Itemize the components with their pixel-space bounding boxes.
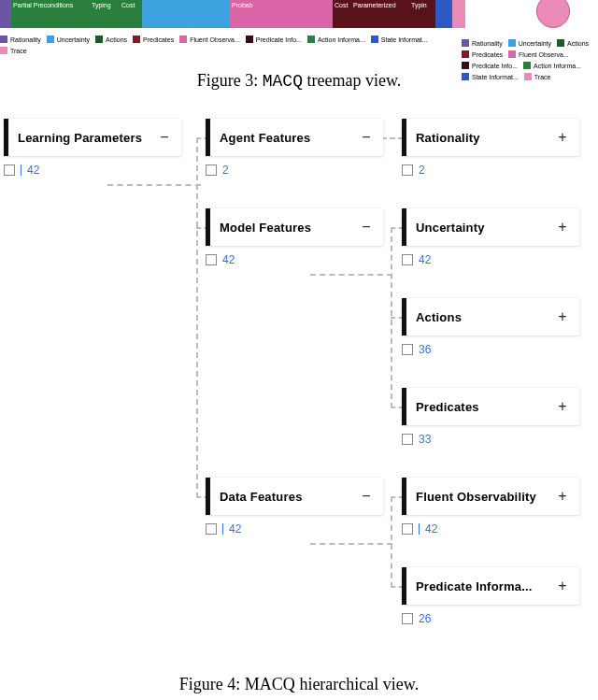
treemap-block-partial-preconditions[interactable]: Partial Preconditions xyxy=(11,0,90,28)
treemap-block-cost[interactable]: Cost xyxy=(120,0,142,28)
treemap-block-pink2[interactable] xyxy=(263,0,333,28)
node-accent-bar xyxy=(402,388,406,425)
legend-item: Uncertainty xyxy=(47,36,90,43)
legend-swatch-icon xyxy=(462,62,469,69)
legend-item: Predicates xyxy=(133,36,174,43)
legend-swatch-icon xyxy=(371,36,378,43)
hierarchy-node-data-features: Data Features−42 xyxy=(206,478,383,536)
checkbox-icon[interactable] xyxy=(402,523,413,535)
checkbox-icon[interactable] xyxy=(402,164,413,176)
legend-swatch-icon xyxy=(523,62,531,69)
treemap-block-state[interactable] xyxy=(435,0,452,28)
hierarchy-node-predicates: Predicates+33 xyxy=(402,388,579,446)
expand-icon[interactable]: + xyxy=(555,578,570,594)
pie-legend: RationalityUncertaintyActionsPredicatesF… xyxy=(462,39,592,80)
node-header[interactable]: Actions+ xyxy=(402,298,579,336)
legend-label: Actions xyxy=(106,36,127,43)
expand-icon[interactable]: + xyxy=(555,219,570,236)
legend-swatch-icon xyxy=(0,47,7,54)
checkbox-icon[interactable] xyxy=(206,254,217,265)
checkbox-icon[interactable] xyxy=(206,523,217,535)
legend-label: Predicate Info... xyxy=(472,63,518,69)
legend-item: Rationality xyxy=(462,39,503,47)
checkbox-icon[interactable] xyxy=(402,434,413,445)
checkbox-icon[interactable] xyxy=(4,164,15,176)
legend-swatch-icon xyxy=(307,36,315,43)
legend-item: Rationality xyxy=(0,36,41,43)
node-title: Rationality xyxy=(416,131,555,145)
node-accent-bar xyxy=(402,298,406,336)
legend-item: State Informat... xyxy=(462,73,519,80)
node-meta: 42 xyxy=(402,522,579,536)
legend-item: Trace xyxy=(0,47,27,54)
node-title: Learning Parameters xyxy=(18,131,157,145)
node-header[interactable]: Agent Features− xyxy=(206,119,383,156)
node-header[interactable]: Data Features− xyxy=(206,478,383,515)
expand-icon[interactable]: + xyxy=(555,488,570,505)
node-header[interactable]: Learning Parameters− xyxy=(4,119,181,156)
treemap-block-cost2[interactable]: Cost xyxy=(333,0,351,28)
legend-item: State Informat... xyxy=(371,36,428,43)
node-meta: 2 xyxy=(206,164,383,177)
legend-label: Uncertainty xyxy=(57,36,90,43)
node-title: Fluent Observability xyxy=(416,490,555,504)
hierarchy-node-agent-features: Agent Features−2 xyxy=(206,119,383,177)
figure4-prefix: Figure 4: xyxy=(179,675,245,693)
node-accent-bar xyxy=(402,478,406,515)
hierarchy-node-uncertainty: Uncertainty+42 xyxy=(402,208,579,266)
legend-swatch-icon xyxy=(462,73,469,80)
collapse-icon[interactable]: − xyxy=(359,219,374,236)
treemap-block-parameterized[interactable]: Parameterized xyxy=(351,0,409,28)
node-header[interactable]: Fluent Observability+ xyxy=(402,478,579,515)
legend-item: Action Informa... xyxy=(523,62,581,69)
node-header[interactable]: Predicate Informa...+ xyxy=(402,567,579,605)
treemap-block-trace[interactable] xyxy=(452,0,465,28)
checkbox-icon[interactable] xyxy=(402,344,413,355)
legend-swatch-icon xyxy=(47,36,54,43)
checkbox-icon[interactable] xyxy=(402,254,413,265)
expand-icon[interactable]: + xyxy=(555,308,570,325)
mini-bar-icon xyxy=(21,164,21,176)
treemap-block-probab[interactable]: Probab xyxy=(230,0,263,28)
legend-item: Action Informa... xyxy=(307,36,365,43)
expand-icon[interactable]: + xyxy=(555,398,570,415)
legend-item: Actions xyxy=(95,36,127,43)
checkbox-icon[interactable] xyxy=(206,164,217,176)
node-header[interactable]: Predicates+ xyxy=(402,388,579,425)
legend-swatch-icon xyxy=(0,36,7,43)
collapse-icon[interactable]: − xyxy=(157,129,172,146)
legend-label: Uncertainty xyxy=(519,40,551,47)
legend-label: Actions xyxy=(567,40,589,47)
figure3-suffix: treemap view. xyxy=(303,71,401,90)
node-header[interactable]: Rationality+ xyxy=(402,119,579,156)
node-header[interactable]: Model Features− xyxy=(206,208,383,246)
node-accent-bar xyxy=(206,119,210,156)
treemap-block-uncertainty[interactable] xyxy=(142,0,230,28)
legend-label: State Informat... xyxy=(472,74,519,80)
treemap-block-typing[interactable]: Typing xyxy=(90,0,120,28)
node-accent-bar xyxy=(402,208,406,246)
hierarchy-node-rationality: Rationality+2 xyxy=(402,119,579,177)
legend-item: Uncertainty xyxy=(508,39,551,47)
node-meta: 33 xyxy=(402,433,579,446)
legend-swatch-icon xyxy=(246,36,253,43)
legend-label: Predicates xyxy=(472,51,503,58)
node-title: Model Features xyxy=(220,221,359,235)
legend-item: Fluent Observa... xyxy=(179,36,240,43)
mini-bar-icon xyxy=(419,523,420,535)
node-accent-bar xyxy=(402,567,406,605)
hierarchy-view: Learning Parameters−42 Agent Features−2M… xyxy=(0,119,598,605)
treemap-block-rationality[interactable] xyxy=(0,0,11,28)
node-title: Actions xyxy=(416,310,555,324)
collapse-icon[interactable]: − xyxy=(359,129,374,146)
node-title: Agent Features xyxy=(220,131,359,145)
node-title: Data Features xyxy=(220,490,359,504)
treemap-block-typing2[interactable]: Typin xyxy=(409,0,435,28)
collapse-icon[interactable]: − xyxy=(359,488,374,505)
node-count: 42 xyxy=(419,253,431,266)
checkbox-icon[interactable] xyxy=(402,613,413,624)
legend-label: Rationality xyxy=(10,36,41,43)
node-header[interactable]: Uncertainty+ xyxy=(402,208,579,246)
figure4-suffix: hierarchical view. xyxy=(295,675,419,693)
expand-icon[interactable]: + xyxy=(555,129,570,146)
